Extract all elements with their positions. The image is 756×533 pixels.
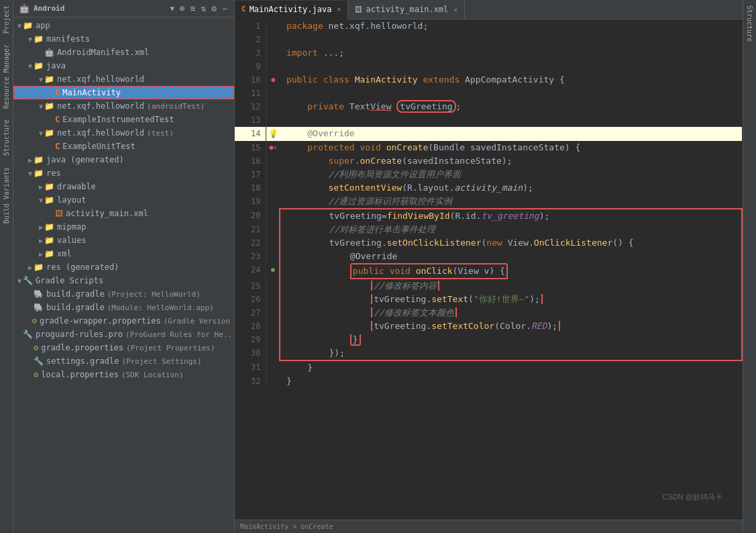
tab-activitymain-close[interactable]: ✕ [453,6,457,13]
fold-15[interactable]: ▼ [273,144,276,151]
gutter-11 [266,87,280,100]
tree-item-package-androidtest[interactable]: ▼ 📁 net.xqf.helloworld (androidTest) [13,99,234,113]
tree-item-manifests[interactable]: ▼ 📁 manifests [13,32,234,46]
code-content-27: //修改标签文本颜色 [280,306,742,320]
tab-structure-right[interactable]: Structure [744,0,755,47]
minimize-icon[interactable]: – [221,3,229,14]
code-row-27: 27 //修改标签文本颜色 [235,306,742,320]
gutter-16 [266,154,280,168]
tree-item-package-test[interactable]: ▼ 📁 net.xqf.helloworld (test) [13,126,234,140]
label-values: values [57,236,86,245]
header-icons: ⊕ ≡ ⇅ ⚙ – [178,3,229,14]
code-content-1: package net.xqf.helloworld; [280,19,742,33]
gutter-1 [266,19,280,33]
code-content-30: }); [280,346,742,360]
code-content-16: super.onCreate(savedInstanceState); [280,154,742,168]
tree-item-gradle-wrapper[interactable]: ⚙ gradle-wrapper.properties (Gradle Vers… [13,314,234,328]
code-content-20: tvGreeting=findViewById(R.id.tv_greeting… [280,209,742,223]
menu-icon[interactable]: ≡ [189,3,197,14]
file-tree-panel: 🤖 Android ▼ ⊕ ≡ ⇅ ⚙ – ▼ 📁 app ▼ 📁 manife… [13,0,235,533]
tree-item-layout[interactable]: ▼ 📁 layout [13,193,234,207]
code-content-23: @Override [280,250,742,263]
tree-item-xml[interactable]: ▶ 📁 xml [13,247,234,260]
gutter-25 [266,279,280,293]
tabs-bar: C MainActivity.java ✕ 🖼 activity_main.xm… [235,0,743,19]
settings-icon[interactable]: ⚙ [210,3,218,14]
code-row-25: 25 //修改标签内容 [235,279,742,293]
tree-item-drawable[interactable]: ▶ 📁 drawable [13,180,234,193]
label-layout: layout [57,195,86,205]
code-row-10: 10 ● public class MainActivity extends A… [235,73,742,87]
tree-item-res[interactable]: ▼ 📁 res [13,166,234,180]
label-package-main: net.xqf.helloworld [57,75,144,84]
code-content-28: tvGreeting.setTextColor(Color.RED); [280,320,742,333]
tab-structure[interactable]: Structure [1,114,12,161]
line-num-9: 9 [235,60,266,73]
settings-gradle-icon: 🔧 [34,356,44,366]
tab-mainactivity-close[interactable]: ✕ [337,5,341,13]
add-icon[interactable]: ⊕ [178,3,186,14]
tree-item-mipmap[interactable]: ▶ 📁 mipmap [13,220,234,234]
label-package-test: net.xqf.helloworld [57,128,144,138]
tab-build-variants[interactable]: Build Variants [1,162,12,229]
code-table: 1 package net.xqf.helloworld; 2 3 import… [235,19,743,388]
status-text: MainActivity > onCreate [240,523,333,530]
code-content-31: } [280,360,742,375]
tree-item-build-gradle-module[interactable]: 🐘 build.gradle (Module: HelloWorld.app) [13,301,234,314]
line-num-1: 1 [235,19,266,33]
code-row-3: 3 import ...; [235,46,742,60]
folder-icon-xml: 📁 [44,249,54,258]
gutter-19 [266,195,280,209]
tree-item-package-main[interactable]: ▼ 📁 net.xqf.helloworld [13,72,234,86]
folder-icon-manifests: 📁 [34,34,44,44]
tree-item-androidmanifest[interactable]: 🤖 AndroidManifest.xml [13,46,234,59]
lightbulb-icon[interactable]: 💡 [268,129,278,138]
tree-item-unittest[interactable]: C ExampleUnitTest [13,140,234,153]
inner-box-25: //修改标签内容 [371,281,439,291]
folder-icon-values: 📁 [44,236,54,245]
code-content-29: } [280,333,742,346]
label-proguard: proguard-rules.pro [36,330,123,339]
code-editor[interactable]: 1 package net.xqf.helloworld; 2 3 import… [235,19,743,520]
tree-item-res-generated[interactable]: ▶ 📁 res (generated) [13,260,234,274]
label-xml: xml [57,249,72,258]
tree-item-java[interactable]: ▼ 📁 java [13,59,234,72]
tree-item-instrumentedtest[interactable]: C ExampleInstrumentedTest [13,113,234,126]
tree-item-mainactivity[interactable]: C MainActivity [13,86,234,99]
code-row-20: 20 tvGreeting=findViewById(R.id.tv_greet… [235,209,742,223]
tab-resource-manager[interactable]: Resource Manager [1,39,12,114]
inner-box-26: tvGreeting.setText("你好!世界~"); [371,294,543,304]
tab-mainactivity[interactable]: C MainActivity.java ✕ [235,1,348,19]
tree-item-build-gradle-project[interactable]: 🐘 build.gradle (Project: HelloWorld) [13,287,234,301]
sort-icon[interactable]: ⇅ [200,3,208,14]
tree-item-local-properties[interactable]: ⚙ local.properties (SDK Location) [13,368,234,381]
gutter-24: ● [266,263,280,279]
tree-item-proguard[interactable]: 🔧 proguard-rules.pro (ProGuard Rules for… [13,328,234,341]
tree-item-gradle-properties[interactable]: ⚙ gradle.properties (Project Properties) [13,341,234,354]
tree-item-app[interactable]: ▼ 📁 app [13,19,234,32]
tree-item-java-generated[interactable]: ▶ 📁 java (generated) [13,153,234,166]
tree-item-values[interactable]: ▶ 📁 values [13,234,234,247]
code-content-2 [280,33,742,46]
line-num-15: 15 [235,141,266,154]
xml-file-icon: 🖼 [55,209,63,218]
tab-project[interactable]: Project [1,0,12,39]
gutter-9 [266,60,280,73]
sublabel-test: (test) [147,129,174,138]
code-row-32: 32 } [235,375,742,388]
tree-item-settings-gradle[interactable]: 🔧 settings.gradle (Project Settings) [13,354,234,368]
tree-dropdown[interactable]: Android [34,4,166,13]
folder-icon-mipmap: 📁 [44,222,54,232]
code-row-23: 23 @Override [235,250,742,263]
code-row-19: 19 //通过资源标识符获取控件实例 [235,195,742,209]
tab-activitymain[interactable]: 🖼 activity_main.xml ✕ [348,0,465,19]
sublabel-proguard: (ProGuard Rules for He... [125,330,234,339]
tree-item-gradle-scripts[interactable]: ▼ 🔧 Gradle Scripts [13,274,234,287]
code-row-30: 30 }); [235,346,742,360]
tree-item-activitymain[interactable]: 🖼 activity_main.xml [13,207,234,220]
watermark: CSDN @妙鸡马卡 [663,492,722,502]
tab-activitymain-label: activity_main.xml [366,5,448,14]
dropdown-arrow[interactable]: ▼ [170,5,174,12]
code-row-2: 2 [235,33,742,46]
code-row-29: 29 } [235,333,742,346]
